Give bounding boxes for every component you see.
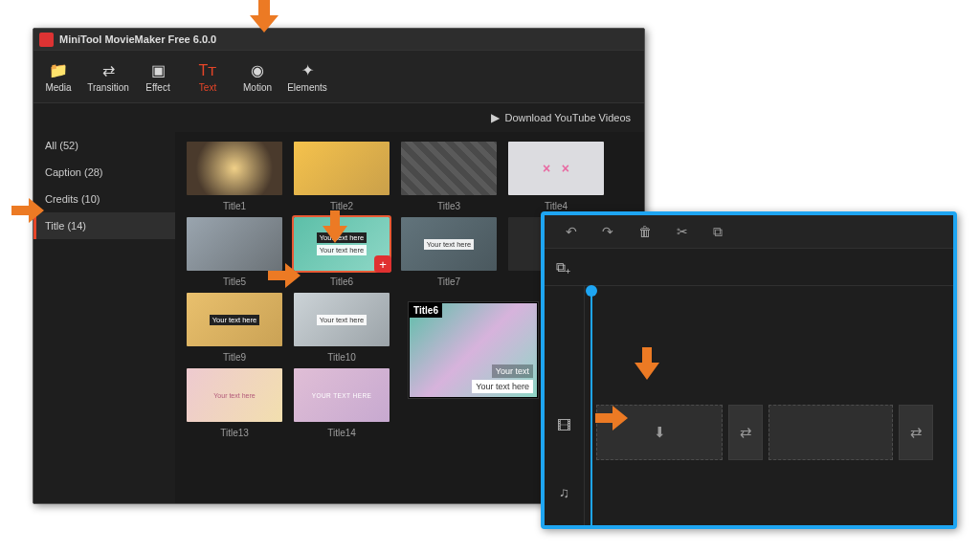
youtube-icon: ▶ bbox=[491, 111, 500, 124]
thumb-text: Your text here bbox=[317, 245, 367, 255]
title-thumbnail[interactable]: Your text here bbox=[401, 217, 497, 271]
top-toolbar: 📁 Media ⇄ Transition ▣ Effect Tᴛ Text ◉ … bbox=[33, 50, 644, 103]
track-icons-column: 🎞 ♫ bbox=[545, 286, 585, 525]
sidebar-item-label: All (52) bbox=[45, 140, 78, 151]
thumb-text: Your text here bbox=[317, 315, 367, 325]
sidebar-item-all[interactable]: All (52) bbox=[33, 132, 175, 159]
transition-slot[interactable]: ⇄ bbox=[899, 405, 933, 460]
preview-title: Title6 bbox=[410, 303, 442, 318]
title-thumbnail[interactable] bbox=[187, 142, 282, 195]
transition-icon: ⇄ bbox=[102, 61, 115, 79]
title-thumbnail[interactable]: YOUR TEXT HERE bbox=[294, 368, 390, 422]
effect-icon: ▣ bbox=[151, 61, 166, 79]
tab-label: Effect bbox=[145, 82, 169, 93]
title-item-title7[interactable]: Your text here Title7 bbox=[397, 217, 501, 287]
thumb-text: Your text here bbox=[317, 232, 367, 243]
title-caption: Title10 bbox=[327, 352, 356, 363]
thumb-text: Your text here bbox=[213, 392, 255, 399]
thumb-text: Your text here bbox=[424, 239, 474, 250]
title-thumbnail[interactable] bbox=[401, 142, 497, 195]
timeline-marker-bar: ⧉₊ bbox=[545, 248, 953, 286]
tab-effect[interactable]: ▣ Effect bbox=[133, 51, 183, 102]
title-item-title1[interactable]: Title1 bbox=[183, 142, 286, 211]
app-logo-icon bbox=[39, 33, 54, 47]
sidebar-item-label: Credits (10) bbox=[45, 193, 100, 205]
title-item-title5[interactable]: Title5 bbox=[183, 217, 286, 287]
title-caption: Title7 bbox=[437, 276, 460, 287]
title-item-title3[interactable]: Title3 bbox=[397, 142, 501, 211]
tab-media[interactable]: 📁 Media bbox=[33, 51, 83, 102]
tab-transition[interactable]: ⇄ Transition bbox=[83, 51, 133, 102]
cut-button[interactable]: ✂ bbox=[677, 224, 688, 239]
preview-text-line: Your text here bbox=[472, 380, 533, 393]
title-caption: Title2 bbox=[330, 201, 353, 211]
drop-clip-placeholder[interactable]: ⬇ bbox=[596, 405, 723, 460]
download-icon: ⬇ bbox=[654, 424, 666, 441]
add-title-button[interactable]: + bbox=[374, 255, 391, 273]
tab-label: Text bbox=[199, 82, 216, 93]
title-thumbnail[interactable]: Your text here Your text here + bbox=[294, 217, 390, 271]
category-sidebar: All (52) Caption (28) Credits (10) Title… bbox=[33, 132, 175, 504]
sidebar-item-caption[interactable]: Caption (28) bbox=[33, 159, 175, 186]
tab-label: Elements bbox=[287, 82, 327, 93]
elements-icon: ✦ bbox=[301, 61, 314, 79]
download-youtube-link[interactable]: ▶ Download YouTube Videos bbox=[33, 103, 644, 132]
title-caption: Title3 bbox=[437, 201, 460, 211]
title-thumbnail[interactable] bbox=[187, 217, 282, 271]
title-thumbnail[interactable]: Your text here bbox=[294, 293, 390, 346]
title-caption: Title6 bbox=[330, 276, 353, 287]
title-caption: Title4 bbox=[545, 201, 568, 211]
crop-button[interactable]: ⧉ bbox=[713, 224, 723, 240]
title-item-title14[interactable]: YOUR TEXT HERE Title14 bbox=[290, 368, 393, 438]
audio-track-icon: ♫ bbox=[545, 458, 584, 525]
title-item-title13[interactable]: Your text here Title13 bbox=[183, 368, 286, 438]
preview-text-line: Your text bbox=[492, 364, 533, 378]
title-item-title10[interactable]: Your text here Title10 bbox=[290, 293, 393, 363]
title-caption: Title1 bbox=[223, 201, 246, 211]
title-caption: Title5 bbox=[223, 276, 246, 287]
tab-label: Transition bbox=[87, 82, 129, 93]
swap-icon: ⇄ bbox=[910, 424, 923, 441]
sidebar-item-label: Caption (28) bbox=[45, 166, 103, 178]
download-youtube-label: Download YouTube Videos bbox=[505, 112, 632, 123]
video-track: ⬇ ⇄ ⇄ bbox=[585, 401, 953, 464]
titlebar: MiniTool MovieMaker Free 6.0.0 bbox=[33, 29, 644, 50]
thumb-text: Your text here bbox=[210, 315, 259, 325]
title-caption: Title14 bbox=[327, 428, 356, 438]
motion-icon: ◉ bbox=[251, 61, 264, 79]
folder-icon: 📁 bbox=[49, 61, 68, 79]
title-caption: Title9 bbox=[223, 352, 246, 363]
title-thumbnail[interactable]: × × bbox=[508, 142, 604, 195]
clip-placeholder[interactable] bbox=[768, 405, 893, 460]
title-item-title9[interactable]: Your text here Title9 bbox=[183, 293, 286, 363]
app-title: MiniTool MovieMaker Free 6.0.0 bbox=[59, 33, 216, 45]
delete-button[interactable]: 🗑 bbox=[638, 224, 652, 239]
title-thumbnail[interactable] bbox=[294, 142, 390, 195]
tab-label: Media bbox=[45, 82, 71, 93]
redo-button[interactable]: ↷ bbox=[602, 224, 613, 239]
title-thumbnail[interactable]: Your text here bbox=[187, 293, 282, 346]
title-thumbnail[interactable]: Your text here bbox=[187, 368, 282, 422]
text-icon: Tᴛ bbox=[199, 61, 217, 79]
video-track-icon: 🎞 bbox=[545, 391, 584, 458]
thumb-text: YOUR TEXT HERE bbox=[312, 392, 371, 399]
tab-text[interactable]: Tᴛ Text bbox=[183, 51, 233, 102]
tab-motion[interactable]: ◉ Motion bbox=[233, 51, 282, 102]
sidebar-item-credits[interactable]: Credits (10) bbox=[33, 186, 175, 212]
tab-label: Motion bbox=[243, 82, 272, 93]
title-item-title4[interactable]: × × Title4 bbox=[504, 142, 608, 211]
title-item-title2[interactable]: Title2 bbox=[290, 142, 393, 211]
swap-icon: ⇄ bbox=[740, 424, 752, 441]
tab-elements[interactable]: ✦ Elements bbox=[282, 51, 332, 102]
title-item-title6[interactable]: Your text here Your text here + Title6 bbox=[290, 217, 393, 287]
timeline-actions: ↶ ↷ 🗑 ✂ ⧉ bbox=[545, 215, 953, 248]
sidebar-item-title[interactable]: Title (14) bbox=[33, 212, 175, 239]
transition-slot[interactable]: ⇄ bbox=[728, 405, 763, 460]
add-marker-icon[interactable]: ⧉₊ bbox=[556, 259, 570, 276]
undo-button[interactable]: ↶ bbox=[566, 224, 577, 239]
timeline-panel: ↶ ↷ 🗑 ✂ ⧉ ⧉₊ 🎞 ♫ ⬇ ⇄ ⇄ bbox=[541, 211, 957, 529]
sidebar-item-label: Title (14) bbox=[45, 220, 86, 232]
title-caption: Title13 bbox=[220, 428, 249, 438]
title-preview-tooltip: Title6 Your text Your text here bbox=[409, 302, 538, 398]
